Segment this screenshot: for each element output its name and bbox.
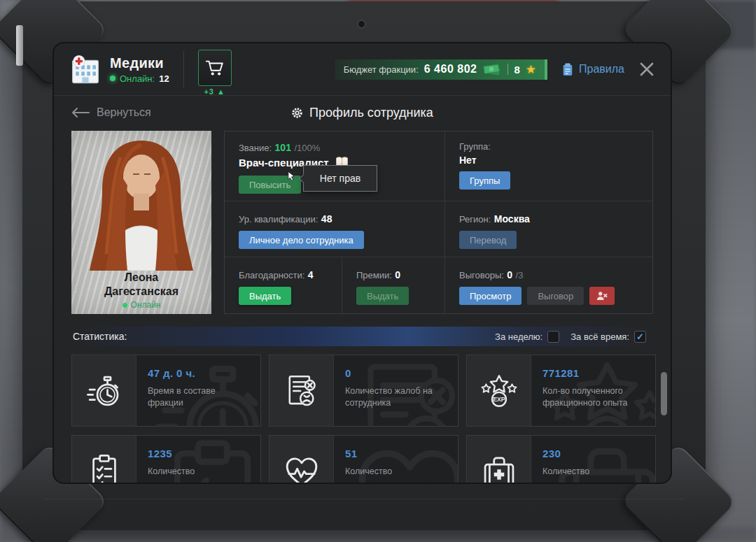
rules-notepad-icon xyxy=(561,62,574,76)
issue-reprimand-button[interactable]: Выговор xyxy=(527,287,584,305)
filter-week: За неделю: xyxy=(495,331,559,343)
region-value: Москва xyxy=(494,213,530,224)
group-value: Нет xyxy=(459,155,641,166)
employee-first-name: Леона xyxy=(71,271,211,285)
stat-card-complaints: 0 Количество жалоб на сотрудника xyxy=(269,355,458,427)
employee-last-name: Дагестанская xyxy=(71,285,211,299)
stat-value: 230 xyxy=(542,448,589,459)
person-x-icon xyxy=(596,290,608,301)
heartbeat-icon xyxy=(281,451,322,485)
page-title: Профиль сотрудника xyxy=(291,106,433,120)
budget-label: Бюджет фракции: xyxy=(344,64,419,75)
alltime-label: За всё время: xyxy=(570,331,629,342)
groups-button[interactable]: Группы xyxy=(459,171,510,190)
thanks-cell: Благодарности: 4 Выдать xyxy=(225,257,342,313)
stat-card-exp: EXP 771281 Кол-во полученного фракционно… xyxy=(466,355,656,427)
complaint-document-icon xyxy=(281,371,322,411)
bonuses-label: Премии: xyxy=(356,270,392,280)
tablet-frame: Медики Онлайн: 12 xyxy=(22,1,706,530)
shop-cart-button[interactable] xyxy=(198,50,232,86)
tablet-seam xyxy=(43,499,685,499)
tablet-side-button xyxy=(16,25,23,66)
close-button[interactable] xyxy=(638,61,655,78)
statistics-filters: За неделю: За всё время: ✓ xyxy=(495,331,646,343)
filter-alltime: За всё время: ✓ xyxy=(570,331,646,343)
statistics-bar: Статистика: За неделю: За всё время: ✓ xyxy=(71,327,653,346)
checklist-icon xyxy=(84,451,125,485)
stat-cards-grid: 47 д. 0 ч. Время в составе фракции xyxy=(71,355,656,484)
stat-label: Количество жалоб на сотрудника xyxy=(345,385,449,409)
stat-label: Количество xyxy=(542,466,589,478)
region-cell: Регион: Москва Перевод xyxy=(444,201,652,257)
rank-value: 101 xyxy=(275,142,291,153)
statistics-title: Статистика: xyxy=(73,331,127,342)
rank-cell: Звание: 101 /100% Врач-специалист xyxy=(225,131,444,201)
header-divider xyxy=(183,51,184,87)
stat-value: 47 д. 0 ч. xyxy=(148,367,252,379)
exp-stars-icon: EXP xyxy=(479,371,519,411)
qualification-value: 48 xyxy=(321,213,332,224)
stat-label: Количество xyxy=(345,466,392,478)
employee-online-status: Онлайн xyxy=(71,300,211,310)
gear-icon xyxy=(291,107,303,119)
stopwatch-icon xyxy=(84,371,125,411)
tablet-camera xyxy=(357,20,366,29)
shop-cart-wrap: +3 ▲ xyxy=(198,50,232,86)
stat-value: 1235 xyxy=(148,448,195,459)
reprimands-max: /3 xyxy=(516,270,524,280)
reprimands-value: 0 xyxy=(507,269,512,280)
rank-label: Звание: xyxy=(239,143,272,153)
fire-employee-button[interactable] xyxy=(589,287,615,305)
alltime-checkbox[interactable]: ✓ xyxy=(634,331,646,343)
rank-max: /100% xyxy=(294,143,320,153)
back-button[interactable]: Вернуться xyxy=(71,106,151,119)
stat-card-heartbeat: 51 Количество xyxy=(269,435,458,484)
background-road xyxy=(704,49,756,542)
panel-row-rank-group: Звание: 101 /100% Врач-специалист xyxy=(225,131,652,201)
game-screenshot: Медики Онлайн: 12 xyxy=(0,0,756,542)
group-cell: Группа: Нет Группы xyxy=(444,131,652,201)
online-dot-icon xyxy=(122,303,127,308)
scrollbar-thumb[interactable] xyxy=(661,372,667,415)
medkit-icon xyxy=(479,451,519,485)
page-title-label: Профиль сотрудника xyxy=(309,106,433,120)
panel-row-awards: Благодарности: 4 Выдать Премии: 0 Выдать xyxy=(225,257,652,313)
mouse-cursor-icon xyxy=(286,171,297,182)
app-screen: Медики Онлайн: 12 xyxy=(52,42,672,484)
week-label: За неделю: xyxy=(495,331,542,342)
hospital-icon xyxy=(69,53,102,85)
employee-photo: Леона Дагестанская Онлайн xyxy=(71,131,211,314)
cart-icon xyxy=(204,57,225,78)
faction-name: Медики xyxy=(110,55,169,71)
online-label: Онлайн: xyxy=(120,73,155,84)
thanks-label: Благодарности: xyxy=(239,270,304,280)
rules-button[interactable]: Правила xyxy=(561,62,624,76)
stat-value: 0 xyxy=(345,367,449,379)
qualification-cell: Ур. квалификации: 48 Личное дело сотрудн… xyxy=(225,201,444,257)
week-checkbox[interactable] xyxy=(547,331,559,343)
svg-text:EXP: EXP xyxy=(493,396,505,403)
bonuses-cell: Премии: 0 Выдать xyxy=(342,257,444,313)
rules-label: Правила xyxy=(579,63,624,76)
personal-file-button[interactable]: Личное дело сотрудника xyxy=(239,231,364,249)
faction-online: Онлайн: 12 xyxy=(110,73,169,84)
qualification-label: Ур. квалификации: xyxy=(239,214,318,224)
give-thanks-button[interactable]: Выдать xyxy=(239,287,291,305)
back-arrow-icon xyxy=(71,108,90,117)
header: Медики Онлайн: 12 xyxy=(54,43,671,96)
online-count: 12 xyxy=(159,73,169,84)
budget-separator xyxy=(507,64,508,75)
give-bonus-button[interactable]: Выдать xyxy=(356,287,409,305)
faction-budget-bar: Бюджет фракции: 6 460 802 8 ★ xyxy=(335,59,547,80)
stars-value: 8 xyxy=(514,64,519,76)
stat-value: 51 xyxy=(345,448,392,459)
nav-row: Вернуться Профиль сотрудника xyxy=(54,97,671,129)
view-reprimands-button[interactable]: Просмотр xyxy=(459,287,522,305)
cart-badge: +3 ▲ xyxy=(198,87,232,96)
budget-value: 6 460 802 xyxy=(424,63,477,76)
transfer-button[interactable]: Перевод xyxy=(459,231,517,249)
star-icon: ★ xyxy=(526,64,536,76)
no-permission-tooltip: Нет прав xyxy=(303,165,377,192)
online-dot-icon xyxy=(110,76,115,81)
employee-online-label: Онлайн xyxy=(131,300,161,310)
